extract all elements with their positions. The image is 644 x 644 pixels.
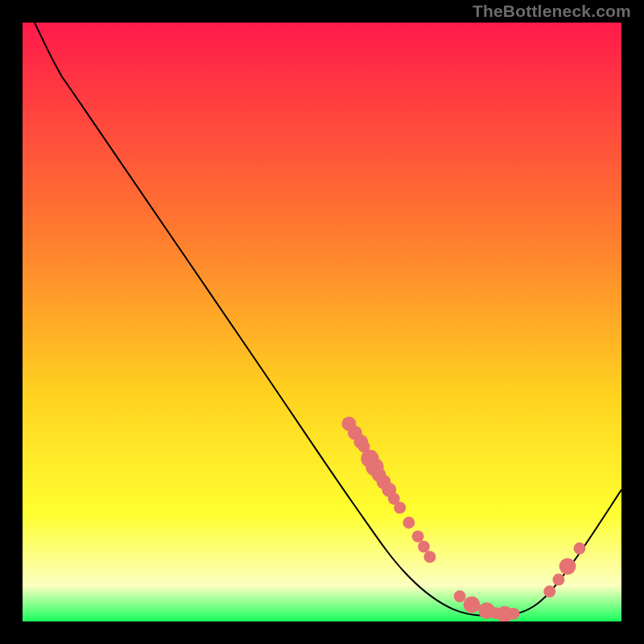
watermark: TheBottleneck.com: [473, 2, 631, 21]
bottleneck-chart: [23, 23, 621, 621]
chart-background: [23, 23, 621, 621]
gradient-area: [23, 23, 621, 621]
